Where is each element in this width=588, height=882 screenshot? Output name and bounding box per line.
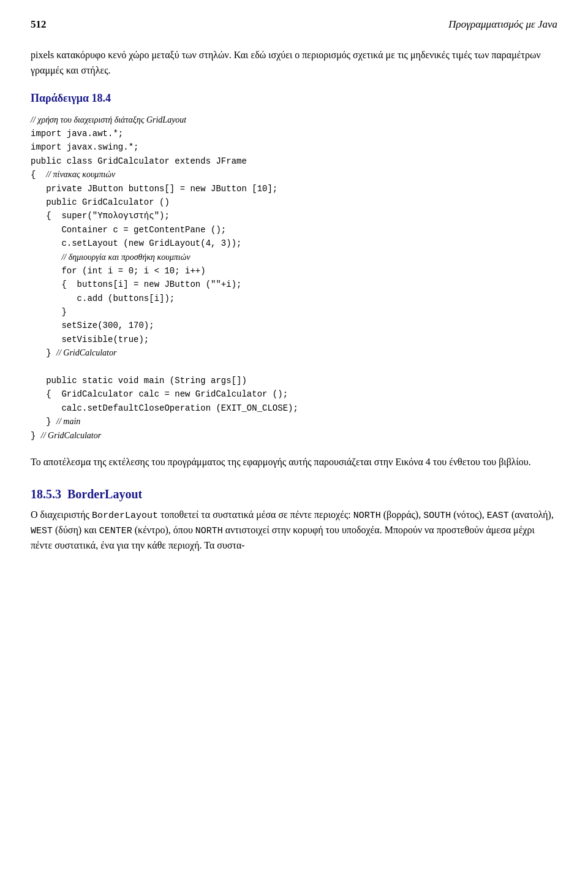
page-number: 512 xyxy=(31,18,47,31)
code-line-constructor-close: } // GridCalculator xyxy=(31,348,116,358)
intro-paragraph: pixels κατακόρυφο κενό χώρο μεταξύ των σ… xyxy=(31,48,557,78)
inline-code-borderlayout: BorderLayout xyxy=(92,511,158,521)
code-line-cb1: { super("Υπολογιστής"); xyxy=(31,211,170,221)
code-comment: // χρήση του διαχειριστή διάταξης GridLa… xyxy=(31,115,186,124)
code-line-container: Container c = getContentPane (); xyxy=(31,225,226,235)
code-line-forclose: } xyxy=(31,307,67,317)
page-title: Προγραμματισμός με Java xyxy=(448,18,557,31)
code-line-constructor: public GridCalculator () xyxy=(31,197,170,207)
inline-code-north2: NORTH xyxy=(195,526,223,536)
example-heading: Παράδειγμα 18.4 xyxy=(31,92,557,105)
page-header: 512 Προγραμματισμός με Java xyxy=(31,18,557,31)
code-line-comment2: // δημιουργία και προσθήκη κουμπιών xyxy=(31,253,190,262)
code-line-import1: import java.awt.*; xyxy=(31,129,123,139)
section-title: BorderLayout xyxy=(67,487,142,501)
code-line-for: for (int i = 0; i < 10; i++) xyxy=(31,266,206,276)
code-line-blank xyxy=(31,362,36,372)
code-line-open-brace: { // πίνακας κουμπιών xyxy=(31,170,115,180)
inline-code-center: CEN­TER xyxy=(99,526,132,536)
code-line-setvisible: setVisible(true); xyxy=(31,335,149,344)
code-line-foropen: { buttons[i] = new JButton (""+i); xyxy=(31,279,241,289)
inline-code-west: WEST xyxy=(31,526,53,536)
code-line-add: c.add (buttons[i]); xyxy=(31,294,175,303)
code-line-setdefault: calc.setDefaultCloseOperation (EXIT_ON_C… xyxy=(31,403,298,413)
code-line-mainclose: } // main xyxy=(31,417,80,427)
section-heading: 18.5.3 BorderLayout xyxy=(31,487,557,501)
code-block: // χρήση του διαχειριστή διάταξης GridLa… xyxy=(31,111,557,445)
code-line-main: public static void main (String args[]) xyxy=(31,376,247,386)
section-number: 18.5.3 xyxy=(31,487,61,501)
inline-code-south: SOUTH xyxy=(423,511,451,521)
inline-code-east: EAST xyxy=(487,511,509,521)
code-line-setlayout: c.setLayout (new GridLayout(4, 3)); xyxy=(31,238,241,248)
code-line-class: public class GridCalculator extends JFra… xyxy=(31,156,247,166)
code-line-buttons: private JButton buttons[] = new JButton … xyxy=(31,184,277,194)
code-line-mainopen: { GridCalculator calc = new GridCalculat… xyxy=(31,389,288,399)
section-body: Ο διαχειριστής BorderLayout τοποθετεί τα… xyxy=(31,508,557,553)
code-line-setsize: setSize(300, 170); xyxy=(31,321,154,330)
code-line-classclose: } // GridCalculator xyxy=(31,431,101,441)
inline-code-north: NORTH xyxy=(353,511,381,521)
code-line-import2: import javax.swing.*; xyxy=(31,142,138,152)
result-paragraph: Το αποτέλεσμα της εκτέλεσης του προγράμμ… xyxy=(31,455,557,470)
